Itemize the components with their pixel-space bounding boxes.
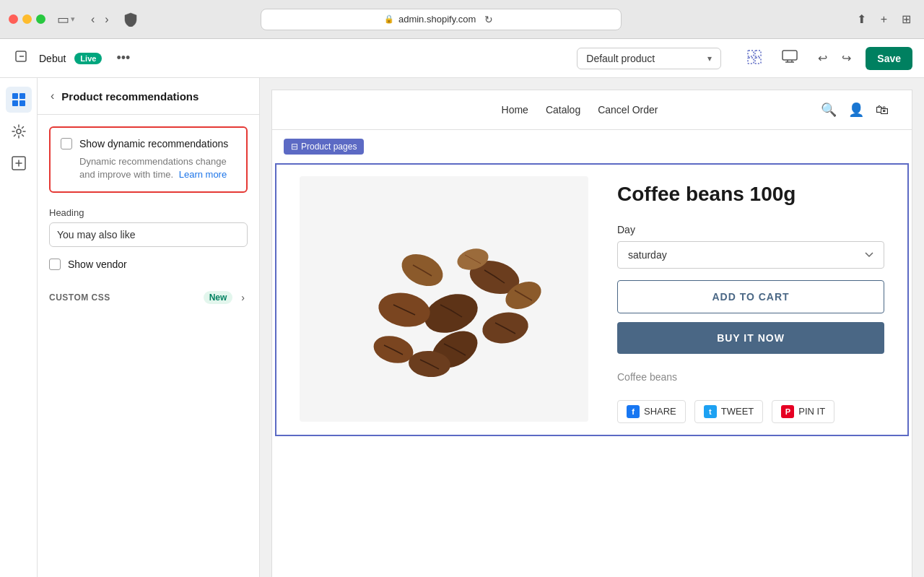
share-label: SHARE [644,406,676,417]
share-browser-button[interactable]: ⬆ [853,9,871,29]
coffee-beans-image [328,198,559,400]
svg-rect-4 [748,58,754,64]
preview-area: Home Catalog Cancel Order 🔍 👤 🛍 ⊟ Produc… [260,78,924,577]
product-section: Coffee beans 100g Day saturday sunday mo… [275,163,909,436]
url-text: admin.shopify.com [398,14,476,25]
sidebar-arrow: ▾ [71,14,75,24]
shield-icon [119,12,142,27]
svg-point-14 [17,129,21,134]
product-select-value: Default product [586,53,655,64]
panel-back-button[interactable]: ‹ [49,88,56,104]
rec-checkbox-label: Show dynamic recommendations [79,138,228,149]
svg-rect-2 [748,51,754,56]
new-tab-button[interactable]: + [876,10,892,29]
product-info: Coffee beans 100g Day saturday sunday mo… [617,176,884,423]
panel-title: Product recommendations [61,90,199,103]
theme-name: Debut [39,53,66,64]
desktop-view-button[interactable] [776,45,803,71]
show-vendor-row: Show vendor [49,259,248,270]
panel-content: Show dynamic recommendations Dynamic rec… [38,115,259,577]
tweet-label: TWEET [721,406,754,417]
maximize-button[interactable] [36,14,45,24]
learn-more-link[interactable]: Learn more [179,169,227,180]
store-nav: Home Catalog Cancel Order 🔍 👤 🛍 [272,90,912,130]
custom-css-label: CUSTOM CSS [49,292,110,303]
new-badge: New [204,291,233,304]
browser-actions: ⬆ + ⊞ [853,9,915,29]
refresh-button[interactable]: ↻ [480,11,497,28]
show-vendor-checkbox[interactable] [49,259,61,270]
svg-rect-5 [755,58,761,64]
product-image-area [300,176,588,422]
store-nav-icons: 🔍 👤 🛍 [821,102,889,118]
select-arrow-icon: ▾ [707,53,712,64]
svg-rect-11 [19,93,25,99]
dynamic-rec-checkbox[interactable] [61,138,72,149]
nav-controls: ‹ › [87,10,113,29]
account-icon[interactable]: 👤 [848,102,864,118]
live-badge: Live [74,53,102,64]
product-pages-badge[interactable]: ⊟ Product pages [284,139,364,155]
search-icon[interactable]: 🔍 [821,102,837,118]
product-type: Coffee beans [617,371,884,383]
product-select[interactable]: Default product ▾ [577,48,721,69]
svg-rect-12 [12,100,18,106]
heading-label: Heading [49,207,248,218]
editor-back-button[interactable] [12,47,30,69]
back-nav-button[interactable]: ‹ [87,10,99,29]
panel-header: ‹ Product recommendations [38,78,259,115]
custom-css-right: New › [204,290,248,305]
preview-frame: Home Catalog Cancel Order 🔍 👤 🛍 ⊟ Produc… [271,90,912,577]
social-share: f SHARE t TWEET P PIN IT [617,400,884,423]
save-button[interactable]: Save [866,47,912,70]
svg-rect-10 [12,93,18,99]
nav-catalog[interactable]: Catalog [546,104,580,116]
product-pages-label: Product pages [301,142,357,152]
editor-bar: Debut Live ••• Default product ▾ ↩ ↪ Sav… [0,39,924,78]
add-to-cart-button[interactable]: ADD TO CART [617,280,884,313]
show-vendor-label: Show vendor [68,259,127,270]
main-layout: ‹ Product recommendations Show dynamic r… [0,78,924,577]
pinterest-share-button[interactable]: P PIN IT [772,400,834,423]
browser-chrome: ▭ ▾ ‹ › 🔒 admin.shopify.com ↻ ⬆ + ⊞ [0,0,924,39]
twitter-share-button[interactable]: t TWEET [694,400,764,423]
day-select[interactable]: saturday sunday monday [617,241,884,269]
add-section-button[interactable] [6,150,32,176]
svg-rect-13 [19,100,25,106]
undo-redo-controls: ↩ ↪ [812,47,857,69]
redo-button[interactable]: ↪ [836,47,857,69]
day-label: Day [617,224,884,235]
facebook-share-button[interactable]: f SHARE [617,400,686,423]
cart-icon[interactable]: 🛍 [876,103,889,118]
buy-now-button[interactable]: BUY IT NOW [617,322,884,354]
editor-toolbar [741,45,767,71]
layout-icon: ⊟ [291,142,298,152]
lock-icon: 🔒 [384,14,394,24]
svg-rect-3 [755,51,761,56]
sections-icon-button[interactable] [6,87,32,113]
close-button[interactable] [9,14,18,24]
twitter-icon: t [704,405,717,418]
rec-description: Dynamic recommendations change and impro… [61,155,236,181]
rec-checkbox-row: Show dynamic recommendations [61,138,236,149]
sidebar-toggle-button[interactable]: ▭ ▾ [51,9,81,30]
traffic-lights [9,14,45,24]
dynamic-recommendations-box: Show dynamic recommendations Dynamic rec… [49,126,248,193]
nav-cancel-order[interactable]: Cancel Order [598,104,658,116]
pin-label: PIN IT [798,406,825,417]
forward-nav-button[interactable]: › [100,10,113,29]
minimize-button[interactable] [22,14,32,24]
nav-home[interactable]: Home [502,104,528,116]
theme-settings-button[interactable] [6,118,32,144]
more-options-button[interactable]: ••• [110,48,136,69]
selection-tool-button[interactable] [741,45,767,71]
url-bar[interactable]: 🔒 admin.shopify.com ↻ [261,9,622,30]
svg-rect-6 [783,51,797,60]
undo-button[interactable]: ↩ [812,47,833,69]
custom-css-expand-button[interactable]: › [238,290,248,305]
heading-input[interactable] [49,222,248,247]
tabs-button[interactable]: ⊞ [897,9,915,29]
icon-sidebar [0,78,38,577]
preview-container: Home Catalog Cancel Order 🔍 👤 🛍 ⊟ Produc… [260,78,924,577]
settings-panel: ‹ Product recommendations Show dynamic r… [38,78,260,577]
